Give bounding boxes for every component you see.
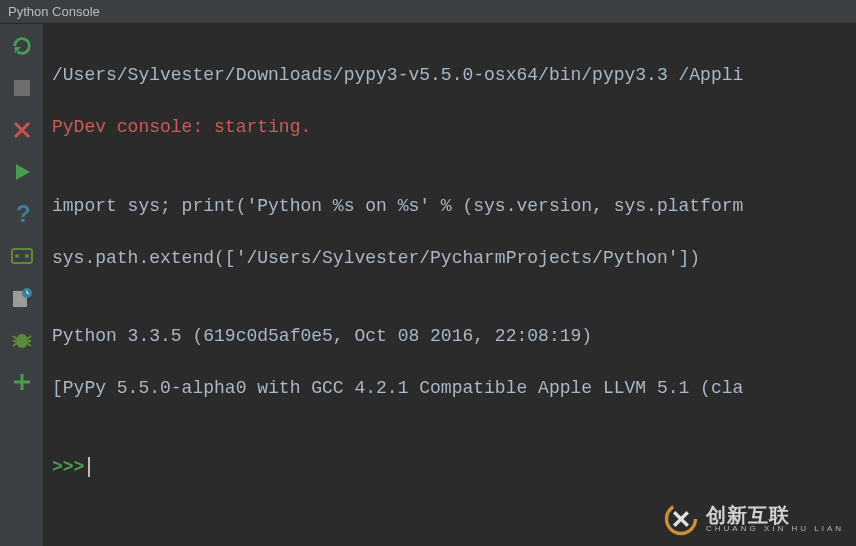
main-area: ? (0, 24, 856, 546)
debug-icon (11, 330, 33, 350)
console-line: PyDev console: starting. (52, 114, 848, 140)
watermark-logo-icon (664, 502, 698, 536)
close-icon (12, 120, 32, 140)
svg-line-15 (27, 343, 31, 346)
history-button[interactable] (10, 286, 34, 310)
console-prompt: >>> (52, 457, 84, 477)
watermark-sub: CHUANG XIN HU LIAN (706, 525, 844, 533)
svg-text:?: ? (16, 202, 31, 226)
rerun-button[interactable] (10, 34, 34, 58)
svg-point-6 (25, 254, 29, 258)
watermark: 创新互联 CHUANG XIN HU LIAN (664, 502, 844, 536)
add-icon (12, 372, 32, 392)
svg-line-12 (13, 336, 17, 339)
watermark-main: 创新互联 (706, 504, 790, 526)
rerun-icon (11, 35, 33, 57)
svg-point-11 (16, 334, 28, 348)
run-button[interactable] (10, 160, 34, 184)
console-title-bar: Python Console (0, 0, 856, 24)
variables-icon (11, 246, 33, 266)
console-output[interactable]: /Users/Sylvester/Downloads/pypy3-v5.5.0-… (44, 24, 856, 546)
debug-button[interactable] (10, 328, 34, 352)
close-button[interactable] (10, 118, 34, 142)
history-icon (11, 287, 33, 309)
cursor-icon (88, 457, 90, 477)
console-toolbar: ? (0, 24, 44, 546)
stop-icon (13, 79, 31, 97)
console-line: sys.path.extend(['/Users/Sylvester/Pycha… (52, 245, 848, 271)
console-line: import sys; print('Python %s on %s' % (s… (52, 193, 848, 219)
console-line: Python 3.3.5 (619c0d5af0e5, Oct 08 2016,… (52, 323, 848, 349)
svg-point-5 (15, 254, 19, 258)
console-title: Python Console (8, 4, 100, 19)
console-line: [PyPy 5.5.0-alpha0 with GCC 4.2.1 Compat… (52, 375, 848, 401)
svg-rect-0 (14, 80, 30, 96)
svg-line-13 (27, 336, 31, 339)
help-icon: ? (12, 202, 32, 226)
watermark-text: 创新互联 CHUANG XIN HU LIAN (706, 505, 844, 533)
help-button[interactable]: ? (10, 202, 34, 226)
add-button[interactable] (10, 370, 34, 394)
stop-button[interactable] (10, 76, 34, 100)
console-line: /Users/Sylvester/Downloads/pypy3-v5.5.0-… (52, 62, 848, 88)
run-icon (12, 162, 32, 182)
svg-line-14 (13, 343, 17, 346)
variables-button[interactable] (10, 244, 34, 268)
